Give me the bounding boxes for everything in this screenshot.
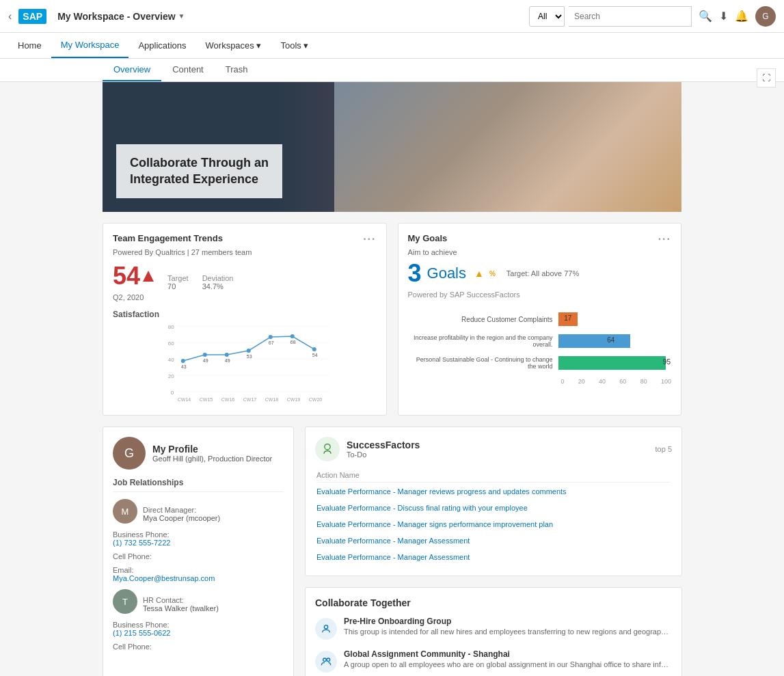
email-label: Email:	[113, 566, 284, 574]
profile-title: My Profile	[152, 444, 272, 455]
engagement-card-title: Team Engagement Trends ···	[113, 233, 377, 245]
hero-text-box: Collaborate Through an Integrated Experi…	[116, 144, 282, 198]
user-avatar[interactable]: G	[755, 6, 776, 27]
score-meta: Target 70 Deviation 34.7%	[167, 274, 233, 290]
svg-text:CW17: CW17	[243, 397, 257, 402]
svg-point-33	[323, 658, 327, 662]
todo-link-5[interactable]: Evaluate Performance - Manager Assessmen…	[316, 553, 470, 561]
goals-more-button[interactable]: ···	[658, 233, 671, 245]
collaborate-card: Collaborate Together Pre-Hire Onboarding…	[305, 587, 682, 676]
manager-avatar: M	[113, 499, 137, 524]
tabs-bar: Overview Content Trash	[0, 59, 784, 82]
goals-target: Target: All above 77%	[506, 269, 579, 278]
bar-row-3: Personal Sustainable Goal - Continuing t…	[408, 356, 672, 370]
svg-text:67: 67	[269, 340, 274, 345]
sf-top-label: top 5	[655, 445, 672, 453]
todo-row: Evaluate Performance - Discuss final rat…	[316, 500, 671, 515]
goals-count: 3 Goals ▲ %	[408, 259, 496, 288]
goals-powered: Powered by SAP SuccessFactors	[408, 290, 672, 299]
svg-text:80: 80	[168, 324, 174, 330]
bar-chart-axis: 020406080100	[408, 378, 672, 385]
nav-home[interactable]: Home	[8, 33, 51, 58]
svg-text:49: 49	[225, 358, 230, 363]
tab-overview[interactable]: Overview	[103, 59, 161, 81]
hero-title: Collaborate Through an Integrated Experi…	[130, 155, 269, 187]
collaborate-title: Collaborate Together	[315, 597, 672, 608]
todo-link-3[interactable]: Evaluate Performance - Manager signs per…	[316, 520, 553, 528]
business-phone-label: Business Phone:	[113, 530, 284, 539]
main-content: Collaborate Through an Integrated Experi…	[0, 82, 784, 676]
hr-business-phone-label: Business Phone:	[113, 621, 284, 629]
profile-avatar: G	[113, 437, 146, 470]
notifications-icon[interactable]: 🔔	[735, 10, 748, 23]
hr-cell-phone-label: Cell Phone:	[113, 643, 284, 651]
hr-business-phone-value: (1) 215 555-0622	[113, 629, 284, 637]
email-value[interactable]: Mya.Cooper@bestrunsap.com	[113, 574, 284, 582]
sap-logo-text: SAP	[18, 9, 46, 24]
job-relationships-title: Job Relationships	[113, 478, 284, 492]
svg-text:68: 68	[290, 340, 296, 344]
todo-link-4[interactable]: Evaluate Performance - Manager Assessmen…	[316, 537, 470, 545]
todo-row: Evaluate Performance - Manager signs per…	[316, 517, 671, 532]
collab-item-2-desc: A group open to all employees who are on…	[344, 660, 672, 668]
svg-point-16	[312, 347, 316, 351]
nav-workspaces[interactable]: Workspaces ▾	[196, 33, 271, 58]
tab-content[interactable]: Content	[161, 59, 215, 81]
search-area: All	[529, 6, 692, 27]
svg-point-14	[269, 335, 273, 339]
hero-banner: Collaborate Through an Integrated Experi…	[103, 82, 681, 212]
title-dropdown-arrow[interactable]: ▼	[178, 12, 185, 20]
svg-text:CW20: CW20	[309, 397, 323, 402]
svg-text:CW16: CW16	[221, 397, 235, 402]
todo-row: Evaluate Performance - Manager Assessmen…	[316, 533, 671, 548]
sf-card-header: SuccessFactors To-Do top 5	[315, 437, 672, 461]
score-down-badge	[143, 271, 154, 282]
search-icon[interactable]: 🔍	[699, 10, 712, 23]
engagement-score: 54	[113, 262, 154, 290]
back-button[interactable]: ‹	[8, 10, 12, 23]
engagement-more-button[interactable]: ···	[363, 233, 376, 245]
todo-link-2[interactable]: Evaluate Performance - Discuss final rat…	[316, 504, 528, 512]
bar-row-1: Reduce Customer Complaints 17	[408, 312, 672, 326]
collab-item-1-title: Pre-Hire Onboarding Group	[344, 617, 672, 626]
sf-subtitle: To-Do	[347, 450, 420, 459]
todo-table: Action Name Evaluate Performance - Manag…	[315, 467, 672, 566]
todo-link-1[interactable]: Evaluate Performance - Manager reviews p…	[316, 487, 567, 496]
hr-contact-item: T HR Contact: Tessa Walker (twalker)	[113, 589, 284, 614]
cards-row-1: Team Engagement Trends ··· Powered By Qu…	[103, 223, 681, 416]
svg-text:CW14: CW14	[178, 397, 191, 402]
nav-my-workspace[interactable]: My Workspace	[51, 33, 129, 58]
collab-icon-2	[315, 651, 337, 673]
goals-card-title: My Goals ···	[408, 233, 672, 245]
svg-text:40: 40	[168, 357, 174, 363]
svg-text:54: 54	[312, 353, 318, 357]
svg-point-12	[225, 353, 229, 357]
hero-people-image	[334, 82, 681, 212]
engagement-subtitle: Powered By Qualtrics | 27 members team	[113, 248, 377, 256]
profile-header: G My Profile Geoff Hill (ghill), Product…	[113, 437, 284, 470]
todo-row: Evaluate Performance - Manager Assessmen…	[316, 550, 671, 565]
profile-card: G My Profile Geoff Hill (ghill), Product…	[103, 427, 294, 676]
download-icon[interactable]: ⬇	[719, 10, 728, 23]
direct-manager-item: M Direct Manager: Mya Cooper (mcooper)	[113, 499, 284, 524]
satisfaction-chart: 80 60 40 20 0	[113, 323, 377, 405]
cards-row-2: G My Profile Geoff Hill (ghill), Product…	[103, 427, 681, 676]
collab-item-1-desc: This group is intended for all new hires…	[344, 627, 672, 636]
nav-tools[interactable]: Tools ▾	[271, 33, 318, 58]
collab-item-2-title: Global Assignment Community - Shanghai	[344, 649, 672, 659]
collab-icon-1	[315, 618, 337, 640]
hr-contact-avatar: T	[113, 589, 137, 614]
expand-button[interactable]: ⛶	[757, 68, 776, 87]
page-title: My Workspace - Overview ▼	[57, 11, 185, 22]
engagement-card: Team Engagement Trends ··· Powered By Qu…	[103, 223, 387, 416]
successfactors-card: SuccessFactors To-Do top 5 Action Name	[305, 427, 682, 576]
tab-trash[interactable]: Trash	[215, 59, 259, 81]
profile-name-role: Geoff Hill (ghill), Production Director	[152, 455, 272, 463]
nav-applications[interactable]: Applications	[129, 33, 195, 58]
app-header: ‹ SAP My Workspace - Overview ▼ All 🔍 ⬇ …	[0, 0, 784, 33]
search-input[interactable]	[569, 6, 692, 27]
search-category-select[interactable]: All	[529, 6, 565, 27]
goals-aim-text: Aim to achieve	[408, 248, 672, 256]
svg-text:49: 49	[203, 358, 208, 363]
sap-logo: SAP	[18, 9, 46, 24]
